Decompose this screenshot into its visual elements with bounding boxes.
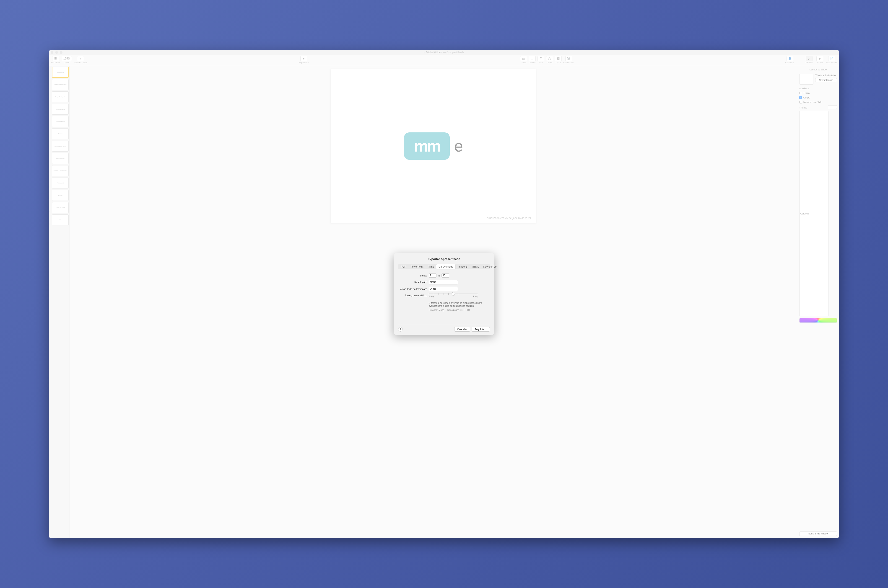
export-dialog: Exportar Apresentação PDF PowerPoint Fil…	[394, 253, 494, 335]
slider-thumb[interactable]	[452, 292, 455, 296]
resolution-label: Resolução:	[398, 281, 427, 284]
dialog-title: Exportar Apresentação	[398, 257, 490, 261]
tab-gif[interactable]: GIF Animado	[436, 264, 455, 269]
export-format-segmented: PDF PowerPoint Filme GIF Animado Imagens…	[398, 264, 490, 269]
modal-overlay: Exportar Apresentação PDF PowerPoint Fil…	[49, 50, 839, 538]
autoadvance-slider[interactable]	[429, 294, 478, 294]
tab-images[interactable]: Imagens	[455, 264, 470, 269]
slides-conj: a	[438, 274, 440, 277]
tab-powerpoint[interactable]: PowerPoint	[408, 264, 425, 269]
slides-to-input[interactable]	[442, 273, 449, 278]
resolution-select[interactable]: Média⌄	[429, 280, 458, 284]
slides-range-label: Slides:	[398, 274, 427, 277]
slider-max-label: 1 seg	[473, 295, 478, 297]
slides-from-input[interactable]	[429, 273, 436, 278]
autoadvance-label: Avanço automático:	[398, 294, 427, 297]
slider-min-label: 0 seg	[429, 295, 434, 297]
duration-readout: Duração: 5 seg	[429, 309, 444, 311]
tab-html[interactable]: HTML	[470, 264, 481, 269]
next-button[interactable]: Seguinte…	[472, 327, 490, 332]
keynote-app-window: • Mídia Kit.key — Compartilhada ☰ Visual…	[49, 50, 839, 538]
cancel-button[interactable]: Cancelar	[454, 327, 470, 332]
tab-pdf[interactable]: PDF	[399, 264, 408, 269]
tab-movie[interactable]: Filme	[425, 264, 436, 269]
framerate-select[interactable]: 24 fps⌄	[429, 287, 458, 291]
tab-keynote09[interactable]: Keynote '09	[481, 264, 499, 269]
output-resolution-readout: Resolução: 480 × 360	[448, 309, 470, 311]
framerate-label: Velocidade de Projeção:	[398, 288, 427, 290]
autoadvance-help: O tempo é aplicado a eventos de clique u…	[429, 302, 490, 308]
help-button[interactable]: ?	[398, 327, 403, 332]
